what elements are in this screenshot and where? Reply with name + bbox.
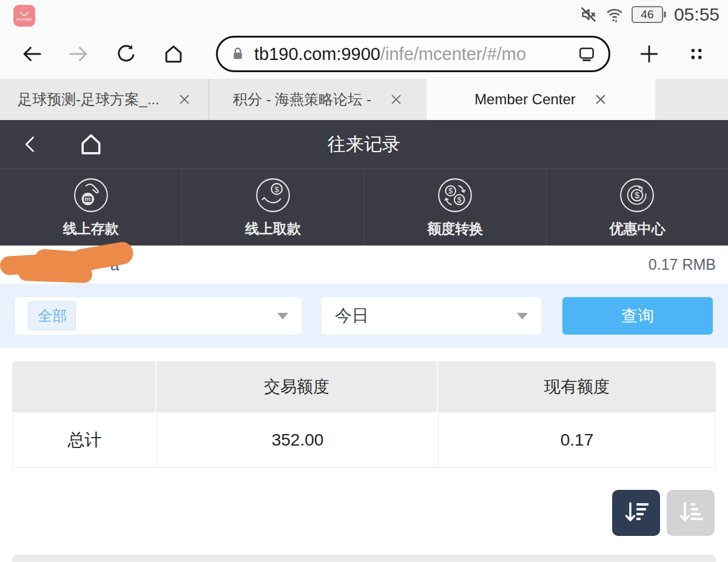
browser-window: HUAWEI 46 05:55: [0, 0, 728, 562]
chevron-down-icon: [277, 313, 288, 319]
tab-football-forecast[interactable]: 足球预测-足球方案_...: [0, 79, 209, 120]
back-icon[interactable]: [18, 41, 45, 67]
close-icon[interactable]: [594, 93, 607, 106]
tab-switcher-icon[interactable]: [683, 41, 710, 67]
home-icon[interactable]: [160, 41, 187, 67]
url-path: /infe/mcenter/#/mo: [380, 44, 526, 64]
menu-item-label: 线上存款: [63, 219, 119, 238]
sort-ascending-button[interactable]: [667, 490, 715, 536]
promo-icon: $: [618, 176, 656, 214]
redaction-scribble: [35, 249, 90, 270]
tab-strip-filler: [655, 79, 728, 120]
summary-table: 交易额度 现有额度 总计 352.00 0.17: [12, 361, 716, 468]
sort-controls: [13, 490, 715, 536]
battery-icon: 46: [632, 6, 663, 23]
quick-menu: 线上存款 $ 线上取款 $$ 额度转换 $ 优惠中心: [0, 169, 728, 246]
close-icon[interactable]: [389, 93, 403, 106]
svg-text:$: $: [274, 185, 279, 194]
menu-item-label: 优惠中心: [609, 219, 665, 238]
tab-member-center-active[interactable]: Member Center: [426, 79, 655, 120]
deposit-icon: [72, 176, 110, 214]
menu-item-quota-transfer[interactable]: $$ 额度转换: [364, 169, 546, 246]
appgallery-notification-icon: HUAWEI: [13, 5, 35, 27]
menu-item-online-withdrawal[interactable]: $ 线上取款: [181, 169, 363, 246]
url-host: tb190.com:9900: [254, 44, 380, 64]
menu-item-promo-center[interactable]: $ 优惠中心: [546, 169, 728, 246]
page-title: 往来记录: [0, 132, 728, 157]
app-badge-label: HUAWEI: [16, 18, 32, 21]
header-cell-transaction-amount: 交易额度: [157, 361, 438, 412]
selected-date-range: 今日: [335, 304, 369, 327]
page-header: 往来记录: [0, 120, 728, 169]
filter-bar: 全部 今日 查询: [0, 284, 728, 348]
refresh-icon[interactable]: [113, 41, 140, 67]
transaction-type-select[interactable]: 全部: [15, 297, 302, 335]
svg-text:$: $: [457, 196, 462, 204]
forward-icon: [66, 41, 92, 67]
date-range-select[interactable]: 今日: [322, 297, 541, 335]
url-bar[interactable]: tb190.com:9900/infe/mcenter/#/mo: [216, 36, 610, 72]
chevron-down-icon: [517, 313, 528, 319]
total-label: 总计: [13, 412, 157, 467]
total-transaction-amount: 352.00: [157, 412, 439, 467]
tab-haiyan-forum[interactable]: 积分 - 海燕策略论坛 -: [209, 79, 426, 120]
svg-text:$: $: [635, 190, 639, 200]
browser-toolbar: tb190.com:9900/infe/mcenter/#/mo: [0, 29, 728, 79]
next-section-peek: [12, 555, 716, 562]
sort-descending-button[interactable]: [612, 490, 660, 536]
tab-strip: 足球预测-足球方案_... 积分 - 海燕策略论坛 - Member Cente…: [0, 79, 728, 120]
withdraw-icon: $: [254, 176, 292, 214]
tab-title: 足球预测-足球方案_...: [18, 90, 159, 109]
battery-level: 46: [641, 8, 653, 21]
new-tab-icon[interactable]: [636, 41, 662, 67]
lock-icon: [230, 45, 246, 63]
selected-type-chip: 全部: [29, 301, 76, 330]
table-row-total: 总计 352.00 0.17: [12, 412, 716, 468]
url-text: tb190.com:9900/infe/mcenter/#/mo: [254, 44, 526, 64]
balance-amount: 0.17 RMB: [649, 256, 716, 273]
menu-item-online-deposit[interactable]: 线上存款: [0, 169, 181, 246]
desktop-mode-icon[interactable]: [577, 44, 596, 64]
menu-item-label: 额度转换: [427, 219, 483, 238]
table-header-row: 交易额度 现有额度: [12, 361, 716, 412]
header-cell-current-amount: 现有额度: [438, 361, 716, 412]
account-row: a 0.17 RMB: [0, 246, 728, 284]
mute-icon: [579, 5, 598, 24]
query-button[interactable]: 查询: [562, 297, 713, 335]
status-bar: HUAWEI 46 05:55: [0, 0, 728, 29]
tab-title: 积分 - 海燕策略论坛 -: [233, 90, 371, 109]
tab-title: Member Center: [474, 91, 576, 108]
header-cell-blank: [12, 361, 157, 412]
wifi-icon: [605, 5, 624, 24]
status-clock: 05:55: [674, 4, 720, 25]
close-icon[interactable]: [178, 93, 191, 106]
transfer-icon: $$: [436, 176, 474, 214]
svg-text:$: $: [448, 187, 453, 195]
menu-item-label: 线上取款: [245, 219, 301, 238]
total-current-amount: 0.17: [439, 412, 715, 467]
